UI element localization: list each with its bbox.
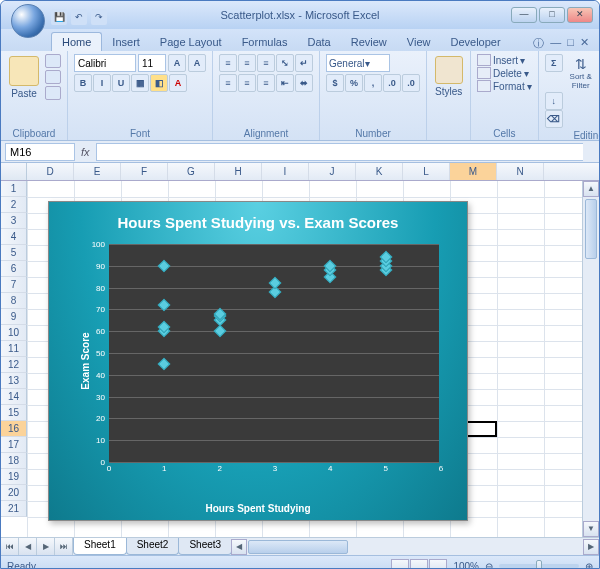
ribbon-minimize-icon[interactable]: — bbox=[550, 36, 561, 51]
tab-view[interactable]: View bbox=[397, 33, 441, 51]
row-header-1[interactable]: 1 bbox=[1, 181, 27, 197]
fill-icon[interactable]: ↓ bbox=[545, 92, 563, 110]
bold-button[interactable]: B bbox=[74, 74, 92, 92]
underline-button[interactable]: U bbox=[112, 74, 130, 92]
last-sheet-button[interactable]: ⏭ bbox=[55, 538, 73, 555]
zoom-in-button[interactable]: ⊕ bbox=[585, 561, 593, 570]
tab-page-layout[interactable]: Page Layout bbox=[150, 33, 232, 51]
currency-icon[interactable]: $ bbox=[326, 74, 344, 92]
row-header-13[interactable]: 13 bbox=[1, 373, 27, 389]
save-icon[interactable]: 💾 bbox=[51, 9, 67, 25]
column-header-D[interactable]: D bbox=[27, 163, 74, 180]
row-header-10[interactable]: 10 bbox=[1, 325, 27, 341]
paste-button[interactable]: Paste bbox=[7, 54, 41, 101]
row-header-9[interactable]: 9 bbox=[1, 309, 27, 325]
column-header-G[interactable]: G bbox=[168, 163, 215, 180]
sort-filter-button[interactable]: ⇅ Sort & Filter bbox=[564, 54, 598, 92]
scroll-down-icon[interactable]: ▼ bbox=[583, 521, 599, 537]
column-header-H[interactable]: H bbox=[215, 163, 262, 180]
prev-sheet-button[interactable]: ◀ bbox=[19, 538, 37, 555]
redo-icon[interactable]: ↷ bbox=[91, 9, 107, 25]
horizontal-scrollbar[interactable]: ◀ ▶ bbox=[231, 538, 599, 555]
align-top-icon[interactable]: ≡ bbox=[219, 54, 237, 72]
row-header-19[interactable]: 19 bbox=[1, 469, 27, 485]
copy-icon[interactable] bbox=[45, 70, 61, 84]
cut-icon[interactable] bbox=[45, 54, 61, 68]
row-header-2[interactable]: 2 bbox=[1, 197, 27, 213]
tab-insert[interactable]: Insert bbox=[102, 33, 150, 51]
format-painter-icon[interactable] bbox=[45, 86, 61, 100]
row-header-14[interactable]: 14 bbox=[1, 389, 27, 405]
inner-restore-icon[interactable]: □ bbox=[567, 36, 574, 51]
inc-decimal-icon[interactable]: .0 bbox=[383, 74, 401, 92]
shrink-font-icon[interactable]: A bbox=[188, 54, 206, 72]
grow-font-icon[interactable]: A bbox=[168, 54, 186, 72]
sheet-tab-1[interactable]: Sheet1 bbox=[73, 538, 127, 555]
vertical-scrollbar[interactable]: ▲ ▼ bbox=[582, 181, 599, 537]
maximize-button[interactable]: □ bbox=[539, 7, 565, 23]
row-header-16[interactable]: 16 bbox=[1, 421, 27, 437]
font-color-button[interactable]: A bbox=[169, 74, 187, 92]
minimize-button[interactable]: — bbox=[511, 7, 537, 23]
page-layout-view-button[interactable] bbox=[410, 559, 428, 570]
clear-icon[interactable]: ⌫ bbox=[545, 110, 563, 128]
tab-home[interactable]: Home bbox=[51, 32, 102, 51]
row-header-8[interactable]: 8 bbox=[1, 293, 27, 309]
dec-decimal-icon[interactable]: .0 bbox=[402, 74, 420, 92]
column-header-N[interactable]: N bbox=[497, 163, 544, 180]
autosum-icon[interactable]: Σ bbox=[545, 54, 563, 72]
row-header-4[interactable]: 4 bbox=[1, 229, 27, 245]
align-center-icon[interactable]: ≡ bbox=[238, 74, 256, 92]
row-header-5[interactable]: 5 bbox=[1, 245, 27, 261]
row-header-11[interactable]: 11 bbox=[1, 341, 27, 357]
merge-icon[interactable]: ⬌ bbox=[295, 74, 313, 92]
help-icon[interactable]: ⓘ bbox=[533, 36, 544, 51]
zoom-out-button[interactable]: ⊖ bbox=[485, 561, 493, 570]
number-format-select[interactable]: General ▾ bbox=[326, 54, 390, 72]
zoom-slider[interactable] bbox=[499, 564, 579, 568]
wrap-text-icon[interactable]: ↵ bbox=[295, 54, 313, 72]
sheet-tab-3[interactable]: Sheet3 bbox=[178, 538, 232, 555]
row-header-3[interactable]: 3 bbox=[1, 213, 27, 229]
scroll-right-icon[interactable]: ▶ bbox=[583, 539, 599, 555]
align-right-icon[interactable]: ≡ bbox=[257, 74, 275, 92]
close-button[interactable]: ✕ bbox=[567, 7, 593, 23]
tab-developer[interactable]: Developer bbox=[440, 33, 510, 51]
vscroll-thumb[interactable] bbox=[585, 199, 597, 259]
name-box[interactable] bbox=[5, 143, 75, 161]
column-header-L[interactable]: L bbox=[403, 163, 450, 180]
scroll-up-icon[interactable]: ▲ bbox=[583, 181, 599, 197]
font-name-select[interactable] bbox=[74, 54, 136, 72]
insert-cells-button[interactable]: Insert ▾ bbox=[477, 54, 532, 66]
tab-review[interactable]: Review bbox=[341, 33, 397, 51]
scroll-left-icon[interactable]: ◀ bbox=[231, 539, 247, 555]
embedded-chart[interactable]: Hours Spent Studying vs. Exam Scores Exa… bbox=[48, 201, 468, 521]
tab-formulas[interactable]: Formulas bbox=[232, 33, 298, 51]
fill-color-button[interactable]: ◧ bbox=[150, 74, 168, 92]
align-bottom-icon[interactable]: ≡ bbox=[257, 54, 275, 72]
column-header-M[interactable]: M bbox=[450, 163, 497, 180]
align-middle-icon[interactable]: ≡ bbox=[238, 54, 256, 72]
row-header-6[interactable]: 6 bbox=[1, 261, 27, 277]
column-header-F[interactable]: F bbox=[121, 163, 168, 180]
row-header-20[interactable]: 20 bbox=[1, 485, 27, 501]
comma-icon[interactable]: , bbox=[364, 74, 382, 92]
page-break-view-button[interactable] bbox=[429, 559, 447, 570]
next-sheet-button[interactable]: ▶ bbox=[37, 538, 55, 555]
border-button[interactable]: ▦ bbox=[131, 74, 149, 92]
inner-close-icon[interactable]: ✕ bbox=[580, 36, 589, 51]
column-header-J[interactable]: J bbox=[309, 163, 356, 180]
format-cells-button[interactable]: Format ▾ bbox=[477, 80, 532, 92]
fx-icon[interactable]: fx bbox=[81, 146, 90, 158]
row-header-17[interactable]: 17 bbox=[1, 437, 27, 453]
zoom-level[interactable]: 100% bbox=[453, 561, 479, 570]
formula-input[interactable] bbox=[96, 143, 583, 161]
select-all-corner[interactable] bbox=[1, 163, 27, 180]
row-header-15[interactable]: 15 bbox=[1, 405, 27, 421]
sheet-tab-2[interactable]: Sheet2 bbox=[126, 538, 180, 555]
column-header-E[interactable]: E bbox=[74, 163, 121, 180]
normal-view-button[interactable] bbox=[391, 559, 409, 570]
row-header-18[interactable]: 18 bbox=[1, 453, 27, 469]
worksheet-grid[interactable]: DEFGHIJKLMN 1234567891011121314151617181… bbox=[1, 163, 599, 537]
delete-cells-button[interactable]: Delete ▾ bbox=[477, 67, 532, 79]
